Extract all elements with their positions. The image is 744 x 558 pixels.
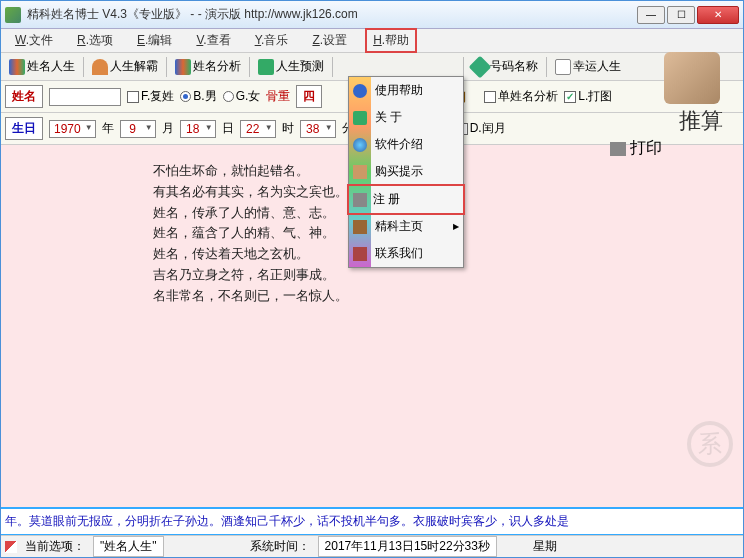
birth-label: 生日	[5, 117, 43, 140]
fuxing-checkbox[interactable]: F.复姓	[127, 88, 174, 105]
systime-value: 2017年11月13日15时22分33秒	[318, 536, 497, 557]
menu-view[interactable]: V.查看	[190, 30, 236, 51]
right-panel: 推算	[664, 52, 738, 136]
print-checkbox[interactable]: L.打图	[564, 88, 612, 105]
tb-number-name[interactable]: 号码名称	[468, 56, 542, 77]
name-input[interactable]	[49, 88, 121, 106]
title-bar: 精科姓名博士 V4.3《专业版》 - - 演示版 http://www.jk12…	[1, 1, 743, 29]
print-button[interactable]: 打印	[610, 138, 662, 159]
tb-life-decode[interactable]: 人生解霸	[88, 56, 162, 77]
minimize-button[interactable]: —	[637, 6, 665, 24]
month-select[interactable]: 9	[120, 120, 156, 138]
menu-music[interactable]: Y.音乐	[249, 30, 295, 51]
dd-use-help[interactable]: 使用帮助	[349, 77, 463, 104]
contact-icon	[353, 247, 367, 261]
tb-name-life[interactable]: 姓名人生	[5, 56, 79, 77]
tb-name-analysis[interactable]: 姓名分析	[171, 56, 245, 77]
dd-contact[interactable]: 联系我们	[349, 240, 463, 267]
systime-label: 系统时间：	[250, 538, 310, 555]
menu-file[interactable]: W.文件	[9, 30, 59, 51]
books-icon	[175, 59, 191, 75]
dd-register[interactable]: 注 册	[347, 184, 465, 215]
tb-lucky-life[interactable]: 幸运人生	[551, 56, 625, 77]
globe-icon	[353, 138, 367, 152]
dog-image	[664, 52, 720, 104]
menu-bar: W.文件 R.选项 E.编辑 V.查看 Y.音乐 Z.设置 H.帮助	[1, 29, 743, 53]
current-label: 当前选项：	[25, 538, 85, 555]
bone-weight-label: 骨重	[266, 88, 290, 105]
year-label: 年	[102, 120, 114, 137]
hour-label: 时	[282, 120, 294, 137]
close-button[interactable]: ✕	[697, 6, 739, 24]
current-value: "姓名人生"	[93, 536, 164, 557]
si-value: 四	[296, 85, 322, 108]
danxing-checkbox[interactable]: 单姓名分析	[484, 88, 558, 105]
books-icon	[9, 59, 25, 75]
watermark: 系	[687, 421, 733, 467]
tb-life-predict[interactable]: 人生预测	[254, 56, 328, 77]
home-icon	[353, 220, 367, 234]
month-label: 月	[162, 120, 174, 137]
printer-icon	[353, 193, 367, 207]
male-radio[interactable]: B.男	[180, 88, 216, 105]
weekday-label: 星期	[533, 538, 557, 555]
footer-scroll-text: 年。莫道眼前无报应，分明折在子孙边。酒逢知己千杯少，话不投机半句多。衣服破时宾客…	[1, 507, 743, 535]
name-label: 姓名	[5, 85, 43, 108]
menu-help[interactable]: H.帮助	[365, 28, 417, 53]
app-icon	[5, 7, 21, 23]
chevron-right-icon: ▶	[453, 222, 459, 231]
green-icon	[258, 59, 274, 75]
day-select[interactable]: 18	[180, 120, 216, 138]
menu-settings[interactable]: Z.设置	[306, 30, 353, 51]
status-bar: 当前选项： "姓名人生" 系统时间： 2017年11月13日15时22分33秒 …	[1, 535, 743, 557]
menu-edit[interactable]: E.编辑	[131, 30, 178, 51]
dd-software-intro[interactable]: 软件介绍	[349, 131, 463, 158]
year-select[interactable]: 1970	[49, 120, 96, 138]
minute-select[interactable]: 38	[300, 120, 336, 138]
help-icon	[353, 84, 367, 98]
maximize-button[interactable]: ☐	[667, 6, 695, 24]
printer-icon	[610, 142, 626, 156]
person-icon	[92, 59, 108, 75]
hour-select[interactable]: 22	[240, 120, 276, 138]
dd-homepage[interactable]: 精科主页▶	[349, 213, 463, 240]
about-icon	[353, 111, 367, 125]
menu-options[interactable]: R.选项	[71, 30, 119, 51]
dd-about[interactable]: 关 于	[349, 104, 463, 131]
pen-icon	[5, 541, 17, 553]
cart-icon	[353, 165, 367, 179]
calc-button[interactable]: 推算	[664, 106, 738, 136]
doc-icon	[555, 59, 571, 75]
help-dropdown-menu: 使用帮助 关 于 软件介绍 购买提示 注 册 精科主页▶ 联系我们	[348, 76, 464, 268]
female-radio[interactable]: G.女	[223, 88, 261, 105]
day-label: 日	[222, 120, 234, 137]
tag-icon	[469, 55, 492, 78]
window-title: 精科姓名博士 V4.3《专业版》 - - 演示版 http://www.jk12…	[27, 6, 358, 23]
dd-purchase-tip[interactable]: 购买提示	[349, 158, 463, 186]
